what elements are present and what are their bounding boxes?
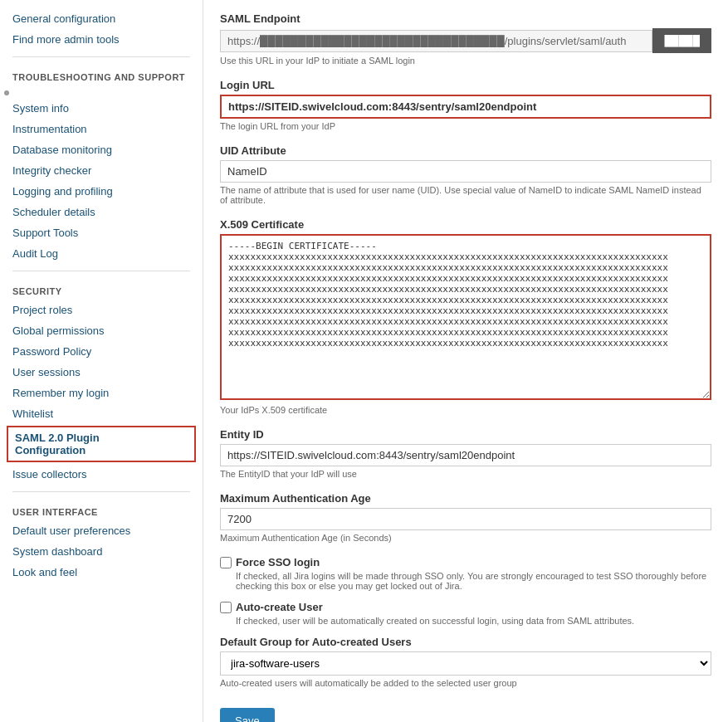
uid-attribute-label: UID Attribute — [220, 144, 711, 157]
saml-endpoint-label: SAML Endpoint — [220, 12, 711, 25]
sidebar-item-whitelist[interactable]: Whitelist — [0, 403, 203, 424]
auto-create-user-checkbox[interactable] — [220, 602, 232, 613]
sidebar-link-general-configuration[interactable]: General configuration — [0, 8, 203, 29]
sidebar-item-support-tools[interactable]: Support Tools — [0, 222, 203, 243]
force-sso-label[interactable]: Force SSO login — [220, 556, 711, 568]
max-auth-age-hint: Maximum Authentication Age (in Seconds) — [220, 533, 711, 543]
sidebar-section-user-interface: USER INTERFACE — [0, 499, 203, 520]
sidebar-divider-1 — [12, 56, 190, 57]
x509-cert-label: X.509 Certificate — [220, 218, 711, 231]
sidebar-item-audit-log[interactable]: Audit Log — [0, 243, 203, 264]
sidebar-item-password-policy[interactable]: Password Policy — [0, 341, 203, 362]
entity-id-hint: The EntityID that your IdP will use — [220, 469, 711, 479]
x509-cert-textarea[interactable]: -----BEGIN CERTIFICATE----- xxxxxxxxxxxx… — [220, 234, 711, 400]
auto-create-user-text: Auto-create User — [236, 601, 323, 613]
sidebar: General configuration Find more admin to… — [0, 0, 203, 722]
saml-endpoint-group: SAML Endpoint █████ Use this URL in your… — [220, 12, 711, 66]
default-group-select[interactable]: jira-software-users jira-core-users jira… — [220, 651, 711, 676]
uid-attribute-group: UID Attribute The name of attribute that… — [220, 144, 711, 205]
sidebar-item-scheduler-details[interactable]: Scheduler details — [0, 202, 203, 222]
login-url-label: Login URL — [220, 79, 711, 91]
default-group-label: Default Group for Auto-created Users — [220, 636, 711, 648]
max-auth-age-label: Maximum Authentication Age — [220, 492, 711, 505]
save-button[interactable]: Save — [220, 708, 275, 722]
sidebar-item-system-info[interactable]: System info — [0, 98, 203, 119]
sidebar-item-project-roles[interactable]: Project roles — [0, 300, 203, 320]
saml-endpoint-row: █████ — [220, 28, 711, 53]
auto-create-user-label[interactable]: Auto-create User — [220, 601, 711, 613]
sidebar-item-remember-my-login[interactable]: Remember my login — [0, 383, 203, 403]
x509-cert-hint: Your IdPs X.509 certificate — [220, 405, 711, 415]
saml-endpoint-input[interactable] — [220, 30, 652, 52]
sidebar-item-default-user-preferences[interactable]: Default user preferences — [0, 520, 203, 541]
sidebar-section-troubleshooting: TROUBLESHOOTING AND SUPPORT — [0, 64, 203, 85]
auto-create-user-group: Auto-create User If checked, user will b… — [220, 601, 711, 626]
sidebar-item-logging-and-profiling[interactable]: Logging and profiling — [0, 181, 203, 202]
saml-endpoint-button[interactable]: █████ — [652, 28, 711, 53]
sidebar-item-saml-plugin[interactable]: SAML 2.0 Plugin Configuration — [7, 426, 196, 462]
force-sso-text: Force SSO login — [236, 556, 320, 568]
sidebar-section-security: SECURITY — [0, 278, 203, 300]
sidebar-item-integrity-checker[interactable]: Integrity checker — [0, 160, 203, 181]
sidebar-item-database-monitoring[interactable]: Database monitoring — [0, 139, 203, 160]
sidebar-item-look-and-feel[interactable]: Look and feel — [0, 562, 203, 583]
sidebar-divider-2 — [12, 271, 190, 271]
saml-endpoint-hint: Use this URL in your IdP to initiate a S… — [220, 56, 711, 66]
force-sso-group: Force SSO login If checked, all Jira log… — [220, 556, 711, 591]
entity-id-label: Entity ID — [220, 428, 711, 441]
uid-attribute-hint: The name of attribute that is used for u… — [220, 185, 711, 205]
max-auth-age-input[interactable] — [220, 508, 711, 530]
sidebar-link-find-more-admin-tools[interactable]: Find more admin tools — [0, 29, 203, 50]
default-group-group: Default Group for Auto-created Users jir… — [220, 636, 711, 688]
max-auth-age-group: Maximum Authentication Age Maximum Authe… — [220, 492, 711, 543]
sidebar-item-issue-collectors[interactable]: Issue collectors — [0, 464, 203, 485]
sidebar-dot — [4, 90, 9, 95]
force-sso-checkbox[interactable] — [220, 557, 232, 568]
sidebar-item-saml-line2: Configuration — [15, 444, 86, 456]
uid-attribute-input[interactable] — [220, 160, 711, 183]
sidebar-item-instrumentation[interactable]: Instrumentation — [0, 119, 203, 139]
entity-id-input[interactable] — [220, 444, 711, 466]
sidebar-divider-3 — [12, 491, 190, 492]
default-group-hint: Auto-created users will automatically be… — [220, 678, 711, 688]
sidebar-item-system-dashboard[interactable]: System dashboard — [0, 541, 203, 562]
login-url-hint: The login URL from your IdP — [220, 121, 711, 131]
sidebar-item-user-sessions[interactable]: User sessions — [0, 362, 203, 383]
force-sso-hint: If checked, all Jira logins will be made… — [220, 571, 711, 591]
entity-id-group: Entity ID The EntityID that your IdP wil… — [220, 428, 711, 479]
auto-create-user-hint: If checked, user will be automatically c… — [220, 616, 711, 626]
login-url-input[interactable] — [220, 95, 711, 119]
sidebar-item-saml-line1: SAML 2.0 Plugin — [15, 432, 100, 444]
login-url-group: Login URL The login URL from your IdP — [220, 79, 711, 131]
x509-cert-group: X.509 Certificate -----BEGIN CERTIFICATE… — [220, 218, 711, 415]
main-content: SAML Endpoint █████ Use this URL in your… — [203, 0, 728, 722]
sidebar-item-global-permissions[interactable]: Global permissions — [0, 320, 203, 341]
